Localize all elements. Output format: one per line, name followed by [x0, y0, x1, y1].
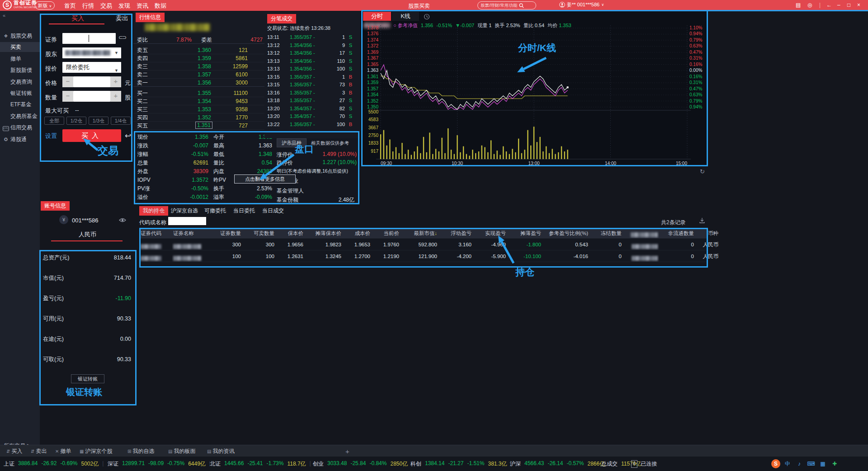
orderbook-row-卖一[interactable]: 卖一1.3563000 [133, 79, 264, 87]
holder-select[interactable]: ▼ [62, 47, 121, 58]
price-minus-button[interactable]: − [62, 76, 73, 87]
settings-icon[interactable]: ◎ [807, 2, 812, 8]
security-input[interactable] [62, 33, 116, 44]
holdings-tab-我的持仓[interactable]: 我的持仓 [139, 206, 168, 216]
holdings-tab-当日委托[interactable]: 当日委托 [233, 207, 255, 215]
board-type-tab[interactable]: 沪市品种 [277, 138, 307, 147]
column-header[interactable]: 保本价 [276, 228, 305, 238]
column-header[interactable] [623, 228, 659, 238]
column-header[interactable]: 参考盈亏比例(%) [542, 228, 590, 238]
column-header[interactable]: 证券代码 [139, 228, 172, 238]
price-input[interactable] [73, 76, 110, 87]
back-icon[interactable]: ← [826, 2, 832, 8]
column-header[interactable]: 证券数量 [208, 228, 242, 238]
orderbook-row-买一[interactable]: 买一1.35511100 [133, 89, 264, 97]
filter-input[interactable] [168, 217, 206, 225]
plugin-icon[interactable]: ✚ [830, 459, 839, 468]
sogou-input-icon[interactable]: S [771, 459, 780, 468]
tab-sell[interactable]: 卖出 [116, 14, 128, 23]
orderbook-row-卖五[interactable]: 卖五1.360121 [133, 46, 264, 54]
restore-icon[interactable]: □ [847, 2, 850, 8]
sidebar-item-股票交易[interactable]: ❖股票交易 [0, 31, 40, 41]
column-header[interactable]: 成本价 [343, 228, 372, 238]
bank-transfer-button[interactable]: 银证转账 [71, 374, 104, 383]
qty-input[interactable] [73, 91, 110, 102]
sidebar-item-银证转账[interactable]: 银证转账 [0, 88, 40, 98]
sidebar-item-交易所基金[interactable]: 交易所基金 [0, 111, 40, 121]
sidebar-item-买卖[interactable]: 买卖 [0, 42, 40, 52]
sidebar-item-新股新债[interactable]: 新股新债 [0, 65, 40, 75]
menu-4[interactable]: 资讯 [137, 2, 148, 10]
quote-type-select[interactable]: 限价委托 ▼ [62, 62, 121, 73]
portion-button-全部[interactable]: 全部 [44, 117, 64, 125]
column-header[interactable]: 当前价 [372, 228, 401, 238]
export-icon[interactable] [699, 217, 705, 224]
sidebar-item-港股通[interactable]: ✪港股通 [0, 134, 40, 144]
column-header[interactable]: 浮动盈亏 [439, 228, 473, 238]
settings-link[interactable]: 设置 [45, 132, 57, 140]
mic-icon[interactable]: ♪ [795, 459, 804, 468]
menu-5[interactable]: 数据 [155, 2, 166, 10]
portion-button-1/3仓[interactable]: 1/3仓 [89, 117, 108, 125]
column-header[interactable]: 摊薄盈亏 [507, 228, 542, 238]
chinese-mode-icon[interactable]: 中 [783, 459, 792, 468]
close-icon[interactable]: × [857, 2, 860, 8]
portion-button-1/2仓[interactable]: 1/2仓 [66, 117, 86, 125]
orderbook-row-卖三[interactable]: 卖三1.35812599 [133, 62, 264, 71]
menu-1[interactable]: 行情 [82, 2, 94, 10]
taskbar-item-我的自选[interactable]: ⊞我的自选 [127, 447, 154, 455]
holdings-tab-可撤委托[interactable]: 可撤委托 [204, 207, 226, 215]
taskbar-item-沪深京个股[interactable]: ▦沪深京个股 [80, 447, 112, 455]
taskbar-item-我的资讯[interactable]: ▤我的资讯 [207, 447, 234, 455]
column-header[interactable]: 最新市值↓ [401, 228, 439, 238]
orderbook-row-买二[interactable]: 买二1.3549453 [133, 97, 264, 105]
user-account-menu[interactable]: 姜** 001***586 ∨ [559, 1, 604, 8]
qty-plus-button[interactable]: + [110, 91, 121, 102]
global-search[interactable]: 股票/理财/常用功能 [477, 1, 536, 9]
link-icon[interactable]: ⊂⊃ [118, 34, 126, 41]
orderbook-row-买五[interactable]: 买五1.351727 [133, 122, 264, 130]
tab-buy[interactable]: 买入 [71, 14, 84, 23]
orderbook-row-买三[interactable]: 买三1.3539358 [133, 105, 264, 113]
sidebar-item-信用交易[interactable]: OTC信用交易 [0, 122, 40, 132]
menu-0[interactable]: 首页 [64, 2, 76, 10]
sidebar-item-交易查询[interactable]: 交易查询 [0, 77, 40, 87]
version-dropdown[interactable]: 新版 ∨ [35, 1, 55, 9]
taskbar-item-我的板面[interactable]: ▤我的板面 [168, 447, 195, 455]
buy-submit-button[interactable]: 买入 [62, 129, 121, 142]
refresh-icon[interactable]: ↻ [700, 168, 705, 175]
orderbook-row-买四[interactable]: 买四1.3521770 [133, 113, 264, 122]
eye-icon[interactable] [119, 217, 126, 223]
column-header[interactable]: 摊薄保本价 [305, 228, 343, 238]
column-header[interactable]: 币种 [695, 228, 720, 238]
column-header[interactable]: 冻结数量 [590, 228, 623, 238]
collapse-sidebar-icon[interactable]: « [3, 13, 5, 18]
toolbox-icon[interactable]: ▦ [818, 459, 827, 468]
orderbook-row-卖四[interactable]: 卖四1.3595861 [133, 54, 264, 62]
qty-minus-button[interactable]: − [62, 91, 73, 102]
sidebar-item-ETF基金[interactable]: ETF基金 [0, 99, 40, 109]
menu-2[interactable]: 交易 [100, 2, 112, 10]
column-header[interactable]: 证券名称 [172, 228, 208, 238]
taskbar-item-买入[interactable]: ⇵买入 [6, 447, 22, 455]
holdings-tab-沪深京自选[interactable]: 沪深京自选 [171, 207, 198, 215]
sidebar-item-撤单[interactable]: 撤单 [0, 54, 40, 64]
holdings-row[interactable]: 1001001.26311.32451.27001.2190121.900-4.… [139, 250, 708, 262]
holdings-tab-当日成交[interactable]: 当日成交 [262, 207, 284, 215]
message-icon[interactable]: ▤ [796, 2, 801, 8]
taskbar-item-卖出[interactable]: ⇵卖出 [31, 447, 47, 455]
currency-tab[interactable]: 人民币 [38, 231, 137, 239]
keyboard-icon[interactable]: ⌨ [807, 459, 816, 468]
undo-icon[interactable]: ↩ [125, 131, 131, 141]
taskbar-item-撤单[interactable]: ✕撤单 [55, 447, 71, 455]
column-header[interactable]: 非流通数量 [659, 228, 695, 238]
minimize-icon[interactable]: – [837, 2, 840, 8]
orderbook-row-卖二[interactable]: 卖二1.3576100 [133, 71, 264, 79]
add-tab-button[interactable]: + [345, 447, 349, 455]
column-header[interactable]: 可卖数量 [242, 228, 276, 238]
holdings-row[interactable]: 3003001.96561.98231.96531.9760592.8003.1… [139, 239, 708, 250]
portion-button-1/4仓[interactable]: 1/4仓 [111, 117, 131, 125]
menu-3[interactable]: 发现 [118, 2, 130, 10]
price-plus-button[interactable]: + [110, 76, 121, 87]
column-header[interactable]: 实现盈亏 [473, 228, 507, 238]
